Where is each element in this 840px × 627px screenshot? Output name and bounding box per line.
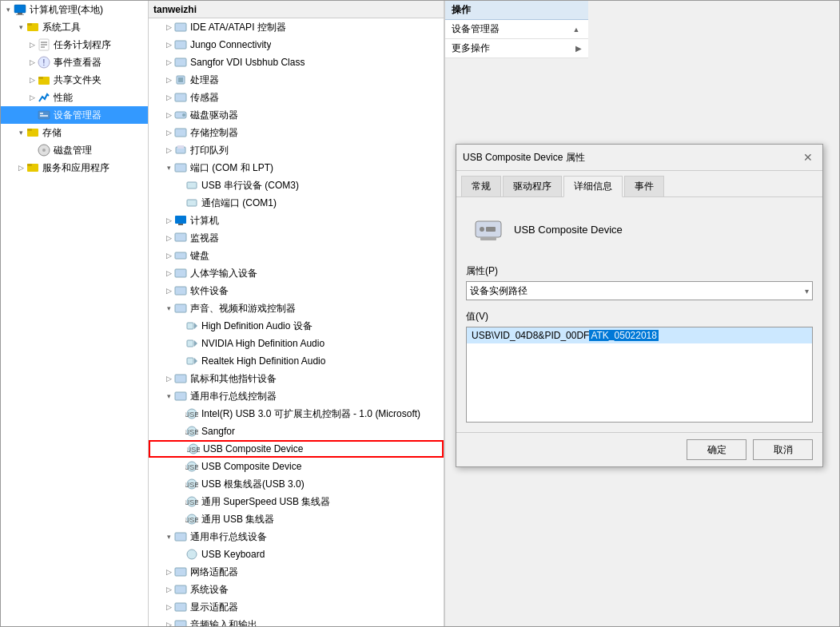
audio-in-out-item[interactable]: ▷ 音频输入和输出: [149, 616, 444, 626]
display-item[interactable]: ▷ 显示适配器: [149, 598, 444, 616]
expand-icon-sys: ▾: [15, 22, 26, 33]
tab-details[interactable]: 详细信息: [563, 176, 623, 197]
jungo-item[interactable]: ▷ Jungo Connectivity: [149, 36, 444, 54]
hw-icon-disp: [174, 601, 187, 613]
hw-icon-jungo: [174, 38, 187, 51]
ide-ata-item[interactable]: ▷ IDE ATA/ATAPI 控制器: [149, 18, 444, 36]
processor-item[interactable]: ▷ 处理器: [149, 71, 444, 89]
left-disk-mgmt[interactable]: 磁盘管理: [1, 141, 148, 159]
hw-icon-net: [174, 565, 187, 578]
dialog-close-button[interactable]: ✕: [800, 149, 816, 165]
dialog-footer: 确定 取消: [456, 432, 822, 466]
shared-folder-icon: [38, 73, 50, 86]
sangfor-item[interactable]: USB Sangfor: [149, 423, 444, 440]
expand-icon-rta: [174, 355, 185, 367]
svg-rect-0: [14, 5, 26, 13]
nvidia-audio-item[interactable]: NVIDIA High Definition Audio: [149, 335, 444, 352]
svg-rect-17: [27, 129, 32, 131]
left-device-manager[interactable]: 设备管理器: [1, 106, 148, 124]
storage-ctrl-item[interactable]: ▷ 存储控制器: [149, 124, 444, 141]
hw-icon-iu3: USB: [185, 407, 198, 420]
left-shared-folders[interactable]: ▷ 共享文件夹: [1, 71, 148, 89]
expand-icon-disk: [26, 145, 38, 156]
hd-audio-item[interactable]: High Definition Audio 设备: [149, 317, 444, 335]
usb-serial-com3-item[interactable]: USB 串行设备 (COM3): [149, 177, 444, 194]
property-dropdown[interactable]: 设备实例路径 ▾: [466, 281, 813, 300]
software-dev-item[interactable]: ▷ 软件设备: [149, 282, 444, 300]
expand-icon-dd: ▷: [163, 109, 174, 121]
com-lpt-item[interactable]: ▾ 端口 (COM 和 LPT): [149, 159, 444, 177]
usb-serial-dev-item[interactable]: ▾ 通用串行总线设备: [149, 528, 444, 546]
left-storage[interactable]: ▾ 存储: [1, 124, 148, 141]
svg-point-73: [480, 227, 484, 232]
usb-composite-1-item[interactable]: USB USB Composite Device: [149, 440, 444, 458]
dialog-title: USB Composite Device 属性: [463, 151, 585, 165]
hw-icon-sysdev: [174, 583, 187, 596]
left-task-scheduler[interactable]: ▷ 任务计划程序: [1, 36, 148, 54]
expand-icon-com1: [174, 197, 185, 208]
property-label: 属性(P): [466, 264, 813, 278]
tab-general[interactable]: 常规: [461, 176, 501, 196]
monitor-label: 监视器: [190, 232, 219, 245]
tab-events[interactable]: 事件: [624, 176, 664, 196]
disk-drive-item[interactable]: ▷ 磁盘驱动器: [149, 106, 444, 124]
left-event-viewer[interactable]: ▷ ! 事件查看器: [1, 54, 148, 71]
audio-item[interactable]: ▾ 声音、视频和游戏控制器: [149, 300, 444, 317]
sangfor-label: Sangfor: [201, 426, 235, 437]
svg-rect-74: [486, 227, 496, 232]
keyboard-item[interactable]: ▷ 键盘: [149, 247, 444, 264]
usb-root-hub-item[interactable]: USB USB 根集线器(USB 3.0): [149, 475, 444, 493]
usb-superspeed-item[interactable]: USB 通用 SuperSpeed USB 集线器: [149, 493, 444, 510]
left-system-tools[interactable]: ▾ 系统工具: [1, 18, 148, 36]
keyboard-label: 键盘: [190, 249, 209, 263]
intel-usb3-item[interactable]: USB Intel(R) USB 3.0 可扩展主机控制器 - 1.0 (Mic…: [149, 405, 444, 423]
hid-item[interactable]: ▷ 人体学输入设备: [149, 264, 444, 282]
actions-header-label: 操作: [452, 3, 471, 17]
monitor-item[interactable]: ▷ 监视器: [149, 229, 444, 247]
device-mgr-action[interactable]: 设备管理器 ▲: [445, 20, 588, 39]
usb-composite-2-item[interactable]: USB USB Composite Device: [149, 458, 444, 475]
value-textarea[interactable]: USB\VID_04D8&PID_00DFATK_05022018: [466, 327, 813, 423]
print-queue-item[interactable]: ▷ 打印队列: [149, 141, 444, 159]
expand-icon-sc: ▷: [163, 127, 174, 138]
realtek-audio-item[interactable]: Realtek High Definition Audio: [149, 352, 444, 370]
svg-rect-72: [480, 237, 496, 240]
hw-icon-sangfor-vdi: [174, 56, 187, 69]
mouse-label: 鼠标和其他指针设备: [190, 372, 277, 386]
disk-label: 磁盘管理: [54, 144, 92, 157]
usb-serial-dev-label: 通用串行总线设备: [190, 530, 267, 544]
usb-keyboard-item[interactable]: USB Keyboard: [149, 546, 444, 563]
sangfor-vdi-item[interactable]: ▷ Sangfor VDI Usbhub Class: [149, 54, 444, 71]
sys-dev-item[interactable]: ▷ 系统设备: [149, 581, 444, 598]
com1-item[interactable]: 通信端口 (COM1): [149, 194, 444, 212]
tab-driver[interactable]: 驱动程序: [503, 176, 562, 196]
expand-icon-root: ▾: [2, 4, 14, 15]
svg-rect-47: [187, 358, 193, 364]
svg-rect-68: [175, 585, 186, 593]
svg-rect-35: [187, 200, 197, 206]
hw-icon-usbc: [174, 390, 187, 403]
computer-item[interactable]: ▷ 计算机: [149, 212, 444, 229]
expand-icon-hid: ▷: [163, 268, 174, 279]
computer-label: 计算机: [190, 214, 219, 228]
sensor-item[interactable]: ▷ 传感器: [149, 89, 444, 106]
more-actions-action[interactable]: 更多操作 ▶: [445, 39, 588, 58]
expand-icon-sd: ▷: [163, 285, 174, 296]
hw-icon-pq: [174, 144, 187, 157]
hw-icon-sd: [174, 284, 187, 297]
expand-icon-usc3: [174, 180, 185, 191]
mouse-item[interactable]: ▷ 鼠标和其他指针设备: [149, 370, 444, 387]
left-tree-panel: ▾ 计算机管理(本地) ▾ 系统工具 ▷ 任务计划程序: [1, 1, 149, 626]
network-item[interactable]: ▷ 网络适配器: [149, 563, 444, 581]
cancel-button[interactable]: 取消: [753, 439, 813, 460]
usb-hub-item[interactable]: USB 通用 USB 集线器: [149, 510, 444, 528]
svg-rect-45: [187, 340, 193, 347]
usb-ctrl-item[interactable]: ▾ 通用串行总线控制器: [149, 387, 444, 405]
ok-button[interactable]: 确定: [687, 439, 746, 460]
left-root[interactable]: ▾ 计算机管理(本地): [1, 1, 148, 18]
svg-text:USB: USB: [187, 446, 200, 454]
left-services[interactable]: ▷ 服务和应用程序: [1, 159, 148, 177]
value-item-1[interactable]: USB\VID_04D8&PID_00DFATK_05022018: [467, 327, 812, 343]
svg-rect-12: [38, 77, 43, 79]
left-performance[interactable]: ▷ 性能: [1, 89, 148, 106]
